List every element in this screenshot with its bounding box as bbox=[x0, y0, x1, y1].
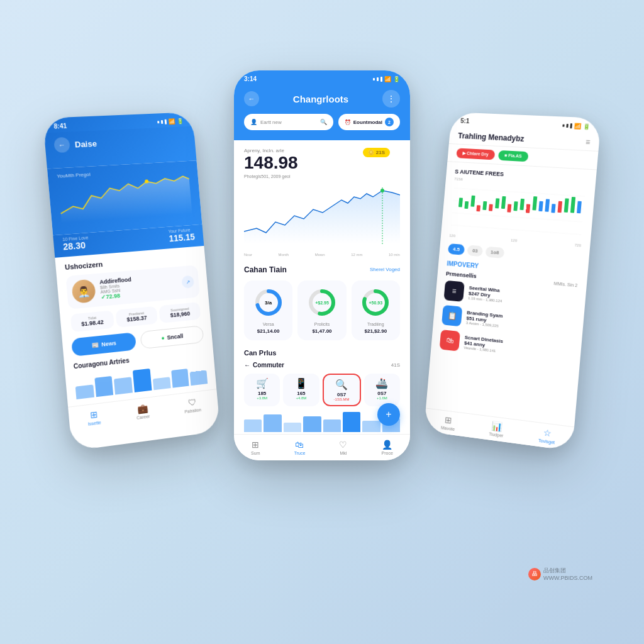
improve-subtitle: Prmensellis bbox=[446, 270, 477, 279]
battery-icon-right: 🔋 bbox=[583, 123, 591, 130]
commuter-item-3[interactable]: 🔍 0S7 -1SS.MM bbox=[323, 374, 361, 406]
nav-sum[interactable]: ⊞ Sum bbox=[251, 440, 260, 455]
filter-icon-right[interactable]: ≡ bbox=[585, 138, 590, 147]
news-button[interactable]: 📰 News bbox=[71, 332, 136, 357]
right-title: Trahling Menadybz bbox=[458, 131, 525, 143]
stocks-list: ≡ Seerltal Wiha $247 Diry 1.19 mm - 1,38… bbox=[440, 280, 577, 364]
bottom-nav-center: ⊞ Sum 🛍 Truce ♡ Mkl 👤 Proce bbox=[234, 434, 410, 460]
nav-truce[interactable]: 🛍 Truce bbox=[294, 440, 306, 455]
metric-card-prolicts: +$2.95 Prolicits $1,47.00 bbox=[297, 280, 346, 340]
svg-rect-15 bbox=[470, 196, 475, 207]
right-content: S AIUTENE FREES 71S6 bbox=[430, 162, 597, 376]
battery-icon: 🔋 bbox=[177, 118, 184, 124]
metric1-label: Versa bbox=[250, 322, 286, 326]
svg-rect-23 bbox=[519, 199, 525, 210]
coin-badge: 🪙 21S bbox=[363, 148, 390, 157]
metric-circle-trading: +50.93 bbox=[360, 287, 391, 318]
back-arrow-commuter: ← bbox=[244, 362, 250, 369]
price-section: Apreny, Incln. arle 148.98 Photegls501, … bbox=[244, 148, 400, 179]
svg-rect-14 bbox=[464, 201, 469, 209]
svg-point-2 bbox=[380, 189, 384, 192]
svg-rect-20 bbox=[501, 196, 506, 209]
svg-rect-26 bbox=[538, 201, 543, 211]
svg-rect-17 bbox=[482, 201, 487, 210]
commuter-icon-4: 🚢 bbox=[367, 377, 397, 389]
commuter-item-2[interactable]: 📱 165 +4.8M bbox=[283, 374, 319, 406]
nav-tiudper[interactable]: 📊 Tiudper bbox=[489, 420, 504, 438]
time-tab-03[interactable]: 03 bbox=[467, 245, 484, 257]
mini-stat-sum: Suumigned $18,960 bbox=[159, 302, 201, 323]
time-tab-1o8[interactable]: 1o8 bbox=[486, 247, 505, 258]
commuter-item-4[interactable]: 🚢 0S7 +1.6M bbox=[364, 374, 400, 406]
filter-label: Eountmodal bbox=[353, 119, 382, 125]
status-bar-center: 3:14 📶 🔋 bbox=[234, 70, 410, 85]
youtube-icon: ▶ bbox=[462, 151, 465, 155]
share-icon[interactable]: ↗ bbox=[181, 275, 194, 289]
center-main-chart bbox=[244, 187, 400, 244]
time-left: 8:41 bbox=[53, 123, 67, 130]
star-icon-right: ☆ bbox=[543, 427, 552, 438]
svg-line-12 bbox=[451, 225, 581, 235]
patrol-icon-left: 🛡 bbox=[187, 397, 197, 408]
home-icon-left: ⊞ bbox=[89, 409, 98, 420]
filter-pill-center[interactable]: ⏰ Eountmodal 2 bbox=[338, 114, 400, 130]
fab-center[interactable]: + bbox=[377, 403, 400, 426]
center-phone: 3:14 📶 🔋 ← Changrloots ⋮ 👤 Eartt new 🔍 bbox=[234, 70, 410, 460]
signal-icons-center: 📶 🔋 bbox=[373, 76, 400, 82]
metric3-price: $21,$2.90 bbox=[358, 328, 394, 334]
wifi-icon: 📶 bbox=[168, 118, 175, 125]
center-top-bar: ← Changrloots ⋮ 👤 Eartt new 🔍 ⏰ Eountmod… bbox=[234, 85, 410, 140]
metric-circle-profit: +$2.95 bbox=[306, 287, 338, 318]
avatar-search-icon: 👤 bbox=[250, 119, 257, 125]
nav-mavote[interactable]: ⊞ Mavote bbox=[441, 414, 456, 431]
time-right: 5:1 bbox=[460, 118, 470, 125]
svg-rect-25 bbox=[532, 196, 537, 210]
nav-tovlsget[interactable]: ☆ Tovlsget bbox=[538, 427, 556, 445]
commuter-count: 41S bbox=[391, 362, 400, 368]
home-icon-center: ⊞ bbox=[252, 440, 259, 450]
back-button-left[interactable]: ← bbox=[53, 137, 70, 153]
bottom-nav-right: ⊞ Mavote 📊 Tiudper ☆ Tovlsget bbox=[424, 408, 574, 451]
left-chart-area: YouMth Pregol bbox=[47, 160, 202, 235]
nav-mkl[interactable]: ♡ Mkl bbox=[339, 440, 347, 455]
profile-icon-center: 👤 bbox=[382, 440, 392, 450]
stock-logo-2: 📋 bbox=[441, 305, 462, 326]
svg-rect-31 bbox=[570, 197, 575, 213]
metric-cards-row: 3/a Versa $21,14.00 +$2.95 Prolicits bbox=[244, 280, 400, 340]
time-labels-center: Nour Month Mown 12 mm 10 min bbox=[244, 253, 400, 257]
stock-info-3: Scnart Dinetasis $41 anny Veurole - 1,58… bbox=[464, 335, 572, 361]
mini-stat-today: Tidat $1.98.42 bbox=[70, 310, 114, 332]
time-tab-45[interactable]: 4.5 bbox=[448, 243, 465, 255]
commuter-item-1[interactable]: 🛒 185 +3.8M bbox=[244, 374, 280, 406]
nav-item-career[interactable]: 💼 Career bbox=[135, 402, 150, 420]
improve-badge: MMIs. Sin 2 bbox=[553, 281, 577, 287]
metric1-price: $21,14.00 bbox=[250, 328, 286, 334]
tab-fla[interactable]: ■ Fla.AS bbox=[498, 150, 529, 162]
nav-item-patralion[interactable]: 🛡 Patralion bbox=[184, 396, 202, 414]
nav-proce[interactable]: 👤 Proce bbox=[382, 440, 393, 455]
filter-badge: 2 bbox=[385, 118, 394, 126]
filter-clock-icon: ⏰ bbox=[345, 119, 351, 125]
stock-info-2: Branding Syam $51 runy 3 Avoim - 1,509,2… bbox=[466, 310, 575, 336]
left-title: Daise bbox=[74, 138, 97, 149]
center-content: Apreny, Incln. arle 148.98 Photegls501, … bbox=[234, 140, 410, 440]
signal-icons-left: 📶 🔋 bbox=[157, 118, 184, 125]
improve-section: IMPOVERY Prmensellis MMIs. Sin 2 ≡ Seerl… bbox=[440, 260, 579, 364]
svg-rect-16 bbox=[476, 205, 480, 211]
dots-menu-center[interactable]: ⋮ bbox=[382, 90, 400, 108]
search-pill-center[interactable]: 👤 Eartt new 🔍 bbox=[244, 114, 333, 130]
small-icon: ● bbox=[161, 335, 165, 341]
small-button[interactable]: ● Sncall bbox=[140, 325, 204, 349]
user-card: 👨‍💼 Addireflood $8h Smits AMG Sshl ✓72.9… bbox=[65, 265, 200, 309]
trade-icon-right: 📊 bbox=[491, 421, 502, 432]
metric2-price: $1,47.00 bbox=[304, 328, 340, 334]
section-link-cahan[interactable]: Sherel Voged bbox=[370, 267, 400, 272]
news-icon: 📰 bbox=[92, 341, 99, 348]
tab-chtare[interactable]: ▶ Chtare Dry bbox=[456, 148, 495, 160]
can-plus-section: Can Prlus ← Commuter 41S 🛒 185 +3.8M bbox=[244, 349, 400, 432]
stock-logo-3: 🛍 bbox=[440, 330, 460, 352]
stat2-value: 115.15 bbox=[169, 231, 195, 243]
home-icon-right: ⊞ bbox=[445, 414, 453, 425]
nav-item-issette[interactable]: ⊞ Issette bbox=[87, 409, 101, 426]
back-button-center[interactable]: ← bbox=[244, 91, 259, 106]
